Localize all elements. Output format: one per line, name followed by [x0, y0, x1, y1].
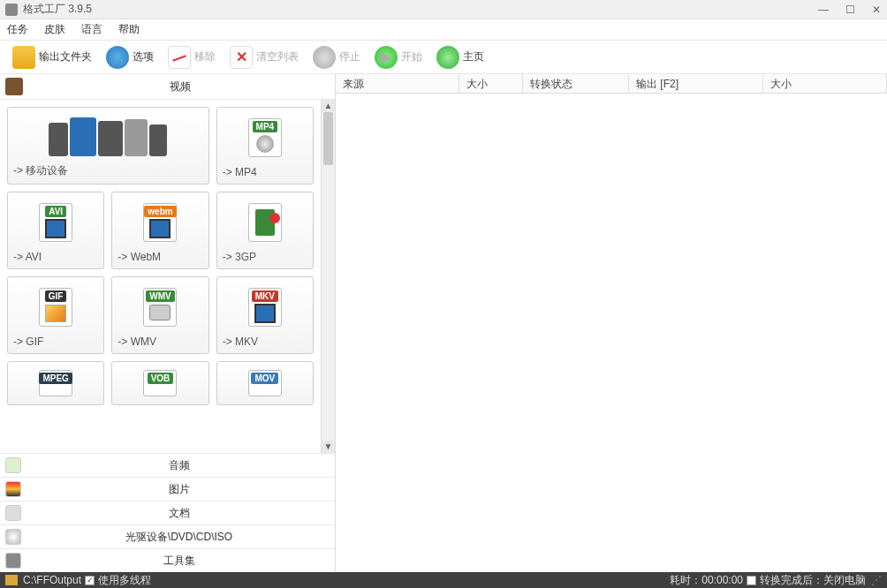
image-label: 图片	[28, 482, 330, 497]
maximize-button[interactable]: ☐	[845, 4, 855, 16]
status-folder-icon[interactable]	[5, 575, 18, 585]
tile-gif[interactable]: GIF -> GIF	[7, 276, 104, 354]
tile-mpeg[interactable]: MPEG	[7, 361, 104, 405]
stop-icon	[313, 46, 336, 69]
tile-vob[interactable]: VOB	[111, 361, 208, 405]
document-icon	[5, 505, 21, 521]
vob-icon: VOB	[143, 370, 177, 396]
clear-icon: ✕	[230, 46, 253, 69]
grid-scrollbar[interactable]: ▲ ▼	[321, 100, 335, 453]
stop-button[interactable]: 停止	[307, 44, 366, 71]
document-label: 文档	[28, 506, 330, 521]
scroll-thumb[interactable]	[323, 112, 333, 165]
clear-list-button[interactable]: ✕ 清空列表	[224, 44, 304, 71]
disc-label: 光驱设备\DVD\CD\ISO	[28, 530, 330, 545]
home-label: 主页	[463, 49, 484, 64]
statusbar: C:\FFOutput ✓ 使用多线程 耗时： 00:00:00 转换完成后： …	[0, 572, 887, 588]
video-category-header[interactable]: 视频	[0, 74, 335, 100]
output-folder-button[interactable]: 输出文件夹	[7, 44, 97, 71]
remove-label: 移除	[194, 49, 216, 64]
tile-webm-label: -> WebM	[118, 247, 202, 263]
image-category[interactable]: 图片	[0, 477, 335, 501]
elapsed-time: 00:00:00	[701, 574, 743, 586]
start-icon: ▶	[375, 46, 398, 69]
multithread-checkbox[interactable]: ✓	[85, 576, 95, 585]
audio-label: 音频	[28, 458, 330, 473]
home-icon	[436, 46, 459, 69]
menu-skin[interactable]: 皮肤	[44, 22, 65, 37]
output-path[interactable]: C:\FFOutput	[23, 574, 81, 586]
tile-wmv[interactable]: WMV -> WMV	[111, 276, 208, 354]
avi-icon: AVI	[39, 203, 72, 242]
start-label: 开始	[401, 49, 422, 64]
close-button[interactable]: ✕	[871, 4, 882, 16]
minimize-button[interactable]: —	[818, 4, 829, 16]
tile-wmv-label: -> WMV	[118, 332, 202, 348]
clear-label: 清空列表	[256, 49, 299, 64]
mobile-devices-icon	[13, 113, 203, 160]
elapsed-label: 耗时：	[670, 573, 701, 588]
tile-gif-label: -> GIF	[13, 332, 98, 348]
scroll-down-arrow[interactable]: ▼	[322, 441, 335, 453]
list-header: 来源 大小 转换状态 输出 [F2] 大小	[336, 74, 887, 94]
resize-grip[interactable]: ⋰	[871, 574, 882, 586]
start-button[interactable]: ▶ 开始	[369, 44, 428, 71]
audio-icon	[5, 457, 21, 473]
tools-label: 工具集	[28, 554, 330, 569]
image-icon	[5, 481, 21, 497]
col-source[interactable]: 来源	[336, 74, 459, 93]
tile-mp4[interactable]: MP4 -> MP4	[216, 107, 314, 185]
tools-icon	[5, 553, 21, 569]
tile-avi[interactable]: AVI -> AVI	[7, 192, 104, 269]
options-label: 选项	[133, 49, 154, 64]
video-category-icon	[5, 78, 23, 95]
tools-category[interactable]: 工具集	[0, 548, 335, 572]
left-panel: 视频 -> 移动设备 MP4 -> MP4	[0, 74, 336, 572]
tile-mobile-device[interactable]: -> 移动设备	[7, 107, 209, 185]
multithread-label: 使用多线程	[98, 573, 151, 588]
mpeg-icon: MPEG	[39, 370, 72, 396]
options-icon	[106, 46, 129, 69]
tgp-icon	[248, 203, 282, 242]
menu-language[interactable]: 语言	[81, 22, 102, 37]
options-button[interactable]: 选项	[101, 44, 159, 71]
format-grid: -> 移动设备 MP4 -> MP4 AVI -> AVI webm -> We…	[0, 100, 321, 453]
folder-icon	[12, 46, 35, 69]
col-output[interactable]: 输出 [F2]	[629, 74, 763, 93]
menu-help[interactable]: 帮助	[118, 22, 140, 37]
tile-webm[interactable]: webm -> WebM	[111, 192, 208, 269]
mov-icon: MOV	[248, 370, 282, 396]
stop-label: 停止	[339, 49, 360, 64]
after-done-label: 转换完成后：	[760, 573, 823, 588]
col-size2[interactable]: 大小	[763, 74, 887, 93]
menu-task[interactable]: 任务	[7, 22, 28, 37]
right-panel: 来源 大小 转换状态 输出 [F2] 大小	[336, 74, 887, 572]
disc-category[interactable]: 光驱设备\DVD\CD\ISO	[0, 524, 335, 548]
video-category-label: 视频	[30, 79, 330, 94]
titlebar: 格式工厂 3.9.5 — ☐ ✕	[0, 0, 887, 19]
col-size[interactable]: 大小	[459, 74, 523, 93]
after-done-checkbox[interactable]	[747, 576, 756, 585]
audio-category[interactable]: 音频	[0, 453, 335, 477]
wmv-icon: WMV	[143, 288, 177, 327]
tile-3gp[interactable]: -> 3GP	[216, 192, 314, 269]
gif-icon: GIF	[39, 288, 72, 327]
col-status[interactable]: 转换状态	[523, 74, 629, 93]
tile-mov[interactable]: MOV	[216, 361, 314, 405]
remove-button[interactable]: 移除	[163, 44, 221, 71]
app-icon	[5, 4, 18, 16]
output-folder-label: 输出文件夹	[39, 49, 92, 64]
scroll-up-arrow[interactable]: ▲	[322, 100, 335, 112]
disc-icon	[5, 529, 21, 545]
tile-mobile-label: -> 移动设备	[13, 160, 203, 178]
tile-mkv[interactable]: MKV -> MKV	[216, 276, 314, 354]
home-button[interactable]: 主页	[431, 44, 489, 71]
toolbar: 输出文件夹 选项 移除 ✕ 清空列表 停止 ▶ 开始 主页	[0, 41, 887, 74]
task-list-empty	[336, 94, 887, 572]
after-done-action[interactable]: 关闭电脑	[823, 573, 866, 588]
document-category[interactable]: 文档	[0, 501, 335, 524]
mkv-icon: MKV	[248, 288, 282, 327]
tile-mkv-label: -> MKV	[223, 332, 307, 348]
window-title: 格式工厂 3.9.5	[23, 2, 818, 17]
menubar: 任务 皮肤 语言 帮助	[0, 19, 887, 41]
